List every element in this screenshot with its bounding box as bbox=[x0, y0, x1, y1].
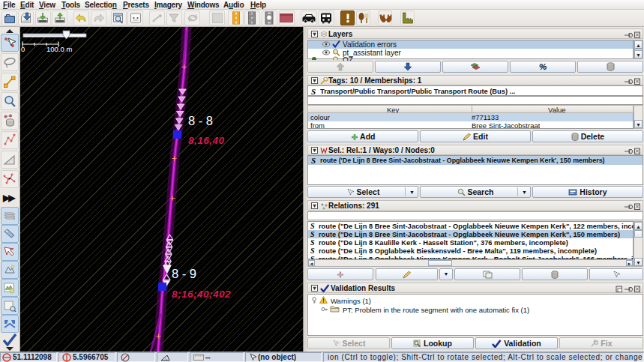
svg-text:100.0 m: 100.0 m bbox=[46, 45, 72, 53]
svg-text:0: 0 bbox=[21, 45, 25, 53]
